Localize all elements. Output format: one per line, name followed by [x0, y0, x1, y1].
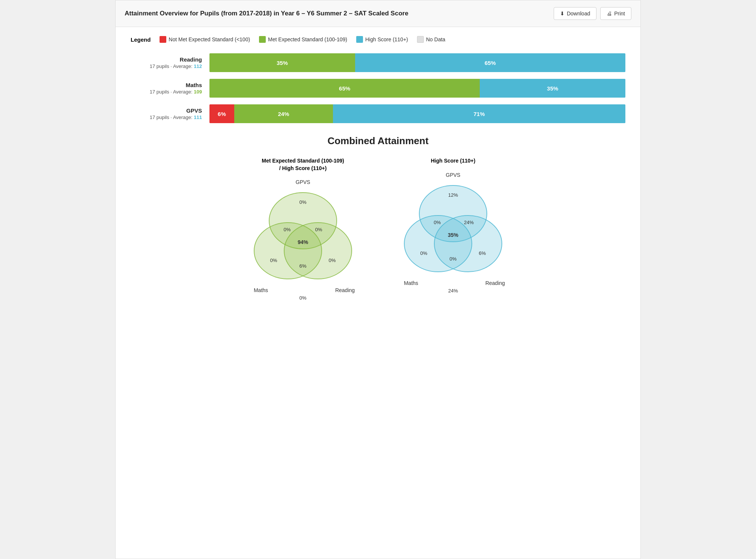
- venn-green-title: Met Expected Standard (100-109) / High S…: [262, 157, 344, 172]
- legend-swatch-red: [160, 36, 166, 43]
- bar-row-maths: Maths 17 pupils · Average: 109 65%35%: [131, 79, 625, 98]
- bar-average: 112: [194, 63, 202, 69]
- svg-text:Reading: Reading: [485, 280, 505, 286]
- bar-chart-maths: 65%35%: [209, 79, 625, 98]
- bar-segment: 24%: [234, 104, 333, 123]
- bar-subject-name: GPVS: [131, 107, 202, 114]
- download-button[interactable]: ⬇ Download: [554, 7, 596, 20]
- svg-text:24%: 24%: [448, 288, 458, 294]
- svg-text:0%: 0%: [329, 258, 336, 263]
- legend-heading: Legend: [131, 36, 151, 43]
- svg-text:Maths: Maths: [404, 280, 418, 286]
- bar-average: 111: [194, 115, 202, 120]
- legend-swatch-nodata: [417, 36, 424, 43]
- svg-text:0%: 0%: [420, 250, 428, 256]
- svg-text:0%: 0%: [450, 256, 457, 262]
- legend: Legend Not Met Expected Standard (<100) …: [131, 36, 625, 43]
- combined-title: Combined Attainment: [131, 135, 625, 147]
- page-header: Attainment Overview for Pupils (from 201…: [116, 0, 640, 27]
- legend-item-met: Met Expected Standard (100-109): [259, 36, 347, 43]
- svg-text:35%: 35%: [448, 232, 459, 238]
- bar-meta: 17 pupils · Average: 112: [131, 63, 202, 69]
- legend-item-high: High Score (110+): [356, 36, 408, 43]
- bar-label-reading: Reading 17 pupils · Average: 112: [131, 56, 209, 69]
- svg-text:12%: 12%: [448, 192, 458, 198]
- bar-row-gpvs: GPVS 17 pupils · Average: 111 6%24%71%: [131, 104, 625, 123]
- page-title: Attainment Overview for Pupils (from 201…: [125, 10, 408, 17]
- svg-text:GPVS: GPVS: [296, 179, 310, 185]
- bar-segment: 35%: [480, 79, 625, 98]
- svg-text:6%: 6%: [479, 250, 486, 256]
- svg-text:24%: 24%: [464, 220, 474, 225]
- bar-subject-name: Maths: [131, 82, 202, 88]
- bar-meta: 17 pupils · Average: 109: [131, 89, 202, 95]
- bar-row-reading: Reading 17 pupils · Average: 112 35%65%: [131, 53, 625, 72]
- bar-label-maths: Maths 17 pupils · Average: 109: [131, 82, 209, 95]
- bar-segment: 35%: [209, 53, 355, 72]
- legend-text-met: Met Expected Standard (100-109): [268, 36, 347, 42]
- bar-average: 109: [194, 89, 202, 95]
- svg-text:0%: 0%: [270, 258, 277, 263]
- bar-segment: 65%: [209, 79, 480, 98]
- print-icon: 🖨: [607, 11, 612, 17]
- legend-swatch-green: [259, 36, 266, 43]
- svg-text:GPVS: GPVS: [446, 172, 461, 178]
- bar-chart-section: Reading 17 pupils · Average: 112 35%65% …: [131, 53, 625, 123]
- bar-subject-name: Reading: [131, 56, 202, 63]
- svg-text:94%: 94%: [298, 239, 309, 245]
- bar-label-gpvs: GPVS 17 pupils · Average: 111: [131, 107, 209, 120]
- venn-blue-title: High Score (110+): [431, 157, 476, 165]
- legend-text-high: High Score (110+): [365, 36, 408, 42]
- venn-row: Met Expected Standard (100-109) / High S…: [131, 157, 625, 303]
- venn-green: Met Expected Standard (100-109) / High S…: [243, 157, 363, 303]
- legend-swatch-blue: [356, 36, 363, 43]
- print-button[interactable]: 🖨 Print: [600, 7, 631, 20]
- svg-text:6%: 6%: [300, 263, 307, 269]
- bar-segment: 6%: [209, 104, 234, 123]
- svg-text:0%: 0%: [434, 220, 441, 225]
- svg-text:0%: 0%: [284, 227, 291, 232]
- bar-chart-gpvs: 6%24%71%: [209, 104, 625, 123]
- venn-diagram-blue: GPVS Maths Reading 12% 0% 24% 0% 35%: [393, 169, 513, 296]
- combined-attainment-section: Combined Attainment Met Expected Standar…: [131, 135, 625, 303]
- svg-text:0%: 0%: [315, 227, 322, 232]
- venn-diagram-green: GPVS Maths Reading 0% 0% 0% 0% 94%: [243, 176, 363, 303]
- bar-segment: 65%: [355, 53, 625, 72]
- legend-item-nodata: No Data: [417, 36, 445, 43]
- legend-item-not-met: Not Met Expected Standard (<100): [160, 36, 250, 43]
- header-actions: ⬇ Download 🖨 Print: [554, 7, 631, 20]
- svg-text:Maths: Maths: [254, 287, 268, 293]
- bar-chart-reading: 35%65%: [209, 53, 625, 72]
- svg-text:0%: 0%: [300, 199, 307, 205]
- svg-text:0%: 0%: [300, 295, 307, 301]
- venn-blue: High Score (110+) GPVS Maths Reading: [393, 157, 513, 303]
- legend-text-nodata: No Data: [426, 36, 445, 42]
- legend-text-not-met: Not Met Expected Standard (<100): [169, 36, 250, 42]
- bar-segment: 71%: [333, 104, 625, 123]
- svg-text:Reading: Reading: [335, 287, 355, 293]
- download-icon: ⬇: [560, 11, 565, 17]
- bar-meta: 17 pupils · Average: 111: [131, 115, 202, 120]
